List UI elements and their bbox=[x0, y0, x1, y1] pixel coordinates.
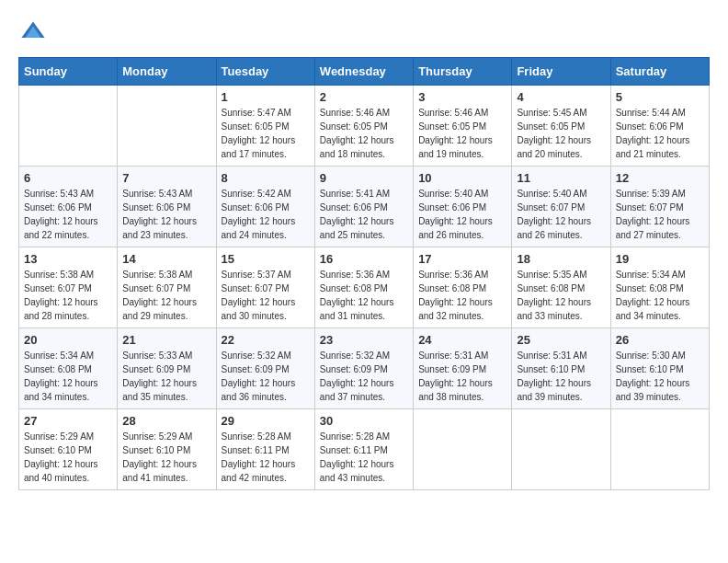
day-info: Sunrise: 5:28 AM Sunset: 6:11 PM Dayligh… bbox=[222, 430, 310, 485]
day-info: Sunrise: 5:33 AM Sunset: 6:09 PM Dayligh… bbox=[122, 349, 210, 404]
calendar-cell: 24 Sunrise: 5:31 AM Sunset: 6:09 PM Dayl… bbox=[414, 328, 512, 409]
calendar-cell: 4 Sunrise: 5:45 AM Sunset: 6:05 PM Dayli… bbox=[512, 86, 610, 167]
calendar-cell: 27 Sunrise: 5:29 AM Sunset: 6:10 PM Dayl… bbox=[19, 409, 118, 490]
day-info: Sunrise: 5:38 AM Sunset: 6:07 PM Dayligh… bbox=[122, 268, 210, 323]
calendar-week-row: 6 Sunrise: 5:43 AM Sunset: 6:06 PM Dayli… bbox=[19, 167, 710, 247]
day-number: 27 bbox=[24, 414, 112, 428]
day-number: 15 bbox=[222, 252, 310, 266]
day-number: 25 bbox=[517, 333, 605, 347]
calendar-cell: 25 Sunrise: 5:31 AM Sunset: 6:10 PM Dayl… bbox=[512, 328, 610, 409]
day-info: Sunrise: 5:46 AM Sunset: 6:05 PM Dayligh… bbox=[418, 106, 506, 161]
day-info: Sunrise: 5:41 AM Sunset: 6:06 PM Dayligh… bbox=[320, 187, 408, 242]
day-info: Sunrise: 5:45 AM Sunset: 6:05 PM Dayligh… bbox=[517, 106, 605, 161]
day-number: 7 bbox=[122, 171, 210, 185]
calendar-table: SundayMondayTuesdayWednesdayThursdayFrid… bbox=[18, 57, 710, 490]
logo bbox=[18, 18, 46, 48]
day-info: Sunrise: 5:36 AM Sunset: 6:08 PM Dayligh… bbox=[418, 268, 506, 323]
day-info: Sunrise: 5:43 AM Sunset: 6:06 PM Dayligh… bbox=[24, 187, 112, 242]
day-number: 20 bbox=[24, 333, 112, 347]
day-number: 14 bbox=[122, 252, 210, 266]
calendar-cell: 21 Sunrise: 5:33 AM Sunset: 6:09 PM Dayl… bbox=[118, 328, 216, 409]
day-info: Sunrise: 5:39 AM Sunset: 6:07 PM Dayligh… bbox=[616, 187, 704, 242]
day-info: Sunrise: 5:28 AM Sunset: 6:11 PM Dayligh… bbox=[320, 430, 408, 485]
day-info: Sunrise: 5:29 AM Sunset: 6:10 PM Dayligh… bbox=[122, 430, 210, 485]
day-info: Sunrise: 5:47 AM Sunset: 6:05 PM Dayligh… bbox=[222, 106, 310, 161]
day-info: Sunrise: 5:31 AM Sunset: 6:10 PM Dayligh… bbox=[517, 349, 605, 404]
day-number: 19 bbox=[616, 252, 704, 266]
day-number: 13 bbox=[24, 252, 112, 266]
day-info: Sunrise: 5:31 AM Sunset: 6:09 PM Dayligh… bbox=[418, 349, 506, 404]
day-info: Sunrise: 5:43 AM Sunset: 6:06 PM Dayligh… bbox=[122, 187, 210, 242]
calendar-cell: 17 Sunrise: 5:36 AM Sunset: 6:08 PM Dayl… bbox=[414, 247, 512, 328]
calendar-cell: 5 Sunrise: 5:44 AM Sunset: 6:06 PM Dayli… bbox=[610, 86, 709, 167]
calendar-cell: 12 Sunrise: 5:39 AM Sunset: 6:07 PM Dayl… bbox=[610, 167, 709, 247]
day-info: Sunrise: 5:36 AM Sunset: 6:08 PM Dayligh… bbox=[320, 268, 408, 323]
day-number: 23 bbox=[320, 333, 408, 347]
day-info: Sunrise: 5:34 AM Sunset: 6:08 PM Dayligh… bbox=[616, 268, 704, 323]
calendar-cell: 10 Sunrise: 5:40 AM Sunset: 6:06 PM Dayl… bbox=[414, 167, 512, 247]
col-header-monday: Monday bbox=[118, 58, 216, 86]
day-info: Sunrise: 5:32 AM Sunset: 6:09 PM Dayligh… bbox=[320, 349, 408, 404]
calendar-cell: 28 Sunrise: 5:29 AM Sunset: 6:10 PM Dayl… bbox=[118, 409, 216, 490]
calendar-cell bbox=[118, 86, 216, 167]
col-header-wednesday: Wednesday bbox=[314, 58, 413, 86]
calendar-week-row: 1 Sunrise: 5:47 AM Sunset: 6:05 PM Dayli… bbox=[19, 86, 710, 167]
day-number: 2 bbox=[320, 90, 408, 104]
calendar-cell: 13 Sunrise: 5:38 AM Sunset: 6:07 PM Dayl… bbox=[19, 247, 118, 328]
day-number: 24 bbox=[418, 333, 506, 347]
calendar-cell bbox=[610, 409, 709, 490]
calendar-cell: 30 Sunrise: 5:28 AM Sunset: 6:11 PM Dayl… bbox=[314, 409, 413, 490]
calendar-cell: 11 Sunrise: 5:40 AM Sunset: 6:07 PM Dayl… bbox=[512, 167, 610, 247]
col-header-sunday: Sunday bbox=[19, 58, 118, 86]
day-number: 26 bbox=[616, 333, 704, 347]
calendar-header-row: SundayMondayTuesdayWednesdayThursdayFrid… bbox=[19, 58, 710, 86]
calendar-cell: 6 Sunrise: 5:43 AM Sunset: 6:06 PM Dayli… bbox=[19, 167, 118, 247]
calendar-cell: 3 Sunrise: 5:46 AM Sunset: 6:05 PM Dayli… bbox=[414, 86, 512, 167]
col-header-tuesday: Tuesday bbox=[216, 58, 314, 86]
day-info: Sunrise: 5:37 AM Sunset: 6:07 PM Dayligh… bbox=[222, 268, 310, 323]
day-number: 5 bbox=[616, 90, 704, 104]
day-info: Sunrise: 5:46 AM Sunset: 6:05 PM Dayligh… bbox=[320, 106, 408, 161]
calendar-week-row: 27 Sunrise: 5:29 AM Sunset: 6:10 PM Dayl… bbox=[19, 409, 710, 490]
calendar-cell bbox=[512, 409, 610, 490]
day-number: 8 bbox=[222, 171, 310, 185]
calendar-cell: 15 Sunrise: 5:37 AM Sunset: 6:07 PM Dayl… bbox=[216, 247, 314, 328]
calendar-cell: 7 Sunrise: 5:43 AM Sunset: 6:06 PM Dayli… bbox=[118, 167, 216, 247]
calendar-cell: 1 Sunrise: 5:47 AM Sunset: 6:05 PM Dayli… bbox=[216, 86, 314, 167]
day-info: Sunrise: 5:44 AM Sunset: 6:06 PM Dayligh… bbox=[616, 106, 704, 161]
day-number: 22 bbox=[222, 333, 310, 347]
calendar-cell: 26 Sunrise: 5:30 AM Sunset: 6:10 PM Dayl… bbox=[610, 328, 709, 409]
day-number: 1 bbox=[222, 90, 310, 104]
day-info: Sunrise: 5:35 AM Sunset: 6:08 PM Dayligh… bbox=[517, 268, 605, 323]
day-info: Sunrise: 5:34 AM Sunset: 6:08 PM Dayligh… bbox=[24, 349, 112, 404]
calendar-cell: 18 Sunrise: 5:35 AM Sunset: 6:08 PM Dayl… bbox=[512, 247, 610, 328]
calendar-cell bbox=[19, 86, 118, 167]
day-info: Sunrise: 5:40 AM Sunset: 6:06 PM Dayligh… bbox=[418, 187, 506, 242]
day-number: 29 bbox=[222, 414, 310, 428]
calendar-cell: 29 Sunrise: 5:28 AM Sunset: 6:11 PM Dayl… bbox=[216, 409, 314, 490]
day-info: Sunrise: 5:42 AM Sunset: 6:06 PM Dayligh… bbox=[222, 187, 310, 242]
day-number: 9 bbox=[320, 171, 408, 185]
day-number: 30 bbox=[320, 414, 408, 428]
day-info: Sunrise: 5:38 AM Sunset: 6:07 PM Dayligh… bbox=[24, 268, 112, 323]
calendar-cell bbox=[414, 409, 512, 490]
calendar-cell: 8 Sunrise: 5:42 AM Sunset: 6:06 PM Dayli… bbox=[216, 167, 314, 247]
day-number: 11 bbox=[517, 171, 605, 185]
logo-icon bbox=[20, 18, 46, 44]
day-number: 16 bbox=[320, 252, 408, 266]
calendar-cell: 23 Sunrise: 5:32 AM Sunset: 6:09 PM Dayl… bbox=[314, 328, 413, 409]
day-number: 21 bbox=[122, 333, 210, 347]
col-header-friday: Friday bbox=[512, 58, 610, 86]
day-number: 4 bbox=[517, 90, 605, 104]
calendar-cell: 2 Sunrise: 5:46 AM Sunset: 6:05 PM Dayli… bbox=[314, 86, 413, 167]
calendar-cell: 20 Sunrise: 5:34 AM Sunset: 6:08 PM Dayl… bbox=[19, 328, 118, 409]
calendar-cell: 16 Sunrise: 5:36 AM Sunset: 6:08 PM Dayl… bbox=[314, 247, 413, 328]
col-header-saturday: Saturday bbox=[610, 58, 709, 86]
col-header-thursday: Thursday bbox=[414, 58, 512, 86]
calendar-cell: 9 Sunrise: 5:41 AM Sunset: 6:06 PM Dayli… bbox=[314, 167, 413, 247]
calendar-cell: 22 Sunrise: 5:32 AM Sunset: 6:09 PM Dayl… bbox=[216, 328, 314, 409]
calendar-week-row: 13 Sunrise: 5:38 AM Sunset: 6:07 PM Dayl… bbox=[19, 247, 710, 328]
calendar-week-row: 20 Sunrise: 5:34 AM Sunset: 6:08 PM Dayl… bbox=[19, 328, 710, 409]
day-number: 17 bbox=[418, 252, 506, 266]
day-info: Sunrise: 5:29 AM Sunset: 6:10 PM Dayligh… bbox=[24, 430, 112, 485]
